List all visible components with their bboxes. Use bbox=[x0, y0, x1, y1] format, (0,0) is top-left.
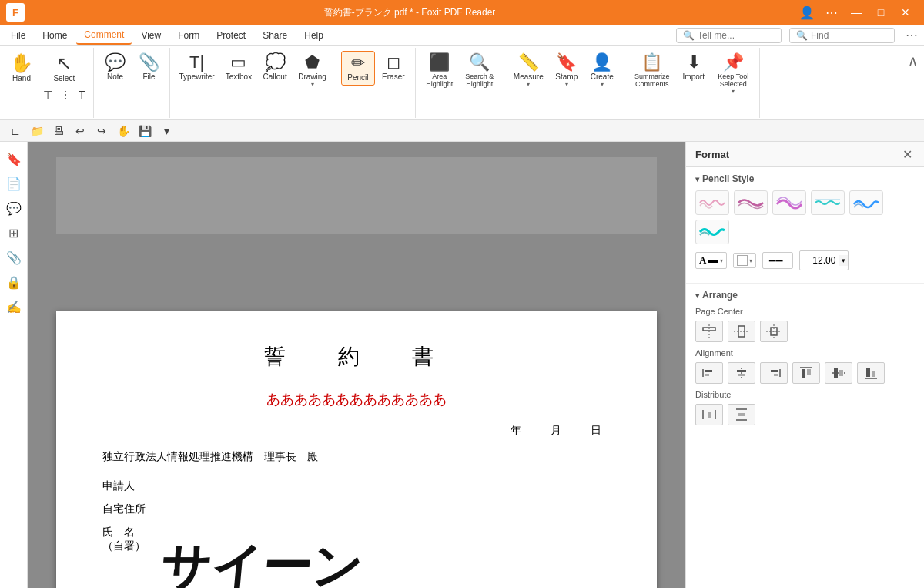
signature-area: サイーン bbox=[161, 533, 363, 588]
doc-name-label: 氏 名 （自署） bbox=[102, 526, 146, 553]
eraser-tool[interactable]: ◻ Eraser bbox=[377, 51, 410, 84]
pencil-style-4[interactable] bbox=[811, 190, 845, 215]
app-icon: F bbox=[6, 3, 25, 22]
menu-form[interactable]: Form bbox=[170, 27, 207, 44]
align-right-btn[interactable] bbox=[760, 362, 788, 384]
page-center-v-btn[interactable] bbox=[728, 321, 755, 342]
pencil-style-header[interactable]: ▾ Pencil Style bbox=[695, 173, 915, 184]
qa-redo-btn[interactable]: ↪ bbox=[92, 122, 111, 140]
keep-tool-btn[interactable]: 📌 Keep ToolSelected ▾ bbox=[712, 51, 755, 98]
menu-help[interactable]: Help bbox=[296, 27, 331, 44]
format-panel-header: Format ✕ bbox=[686, 142, 924, 167]
sidebar-layers-icon[interactable]: ⊞ bbox=[3, 222, 25, 244]
line-size-container: ▾ bbox=[799, 250, 849, 270]
area-highlight-tool[interactable]: ⬛ AreaHighlight bbox=[420, 51, 459, 91]
line-style-btn[interactable]: ━━ bbox=[762, 252, 793, 269]
pencil-style-3-preview bbox=[775, 193, 803, 212]
sidebar-attachment-icon[interactable]: 📎 bbox=[3, 247, 25, 268]
align-middle-h-btn[interactable] bbox=[825, 362, 852, 384]
qa-folder-btn[interactable]: 📁 bbox=[28, 122, 46, 140]
callout-icon: 💭 bbox=[265, 54, 286, 71]
find-icon: 🔍 bbox=[796, 30, 808, 41]
select-label: Select bbox=[53, 74, 75, 82]
tell-me-box[interactable]: 🔍 bbox=[676, 28, 782, 43]
svg-rect-15 bbox=[774, 374, 778, 376]
pencil-tool[interactable]: ✏ Pencil bbox=[341, 51, 375, 86]
line-size-dropdown[interactable]: ▾ bbox=[839, 255, 848, 266]
find-input[interactable] bbox=[811, 30, 888, 41]
sidebar-comment-icon[interactable]: 💬 bbox=[3, 197, 25, 219]
sidebar-sign-icon[interactable]: ✍ bbox=[3, 296, 25, 318]
maximize-btn[interactable]: □ bbox=[869, 0, 893, 25]
file-tool[interactable]: 📎 File bbox=[134, 51, 165, 84]
note-tool[interactable]: 💬 Note bbox=[99, 51, 132, 84]
ribbon-collapse-btn[interactable]: ∧ bbox=[905, 51, 921, 71]
pencil-style-label: Pencil Style bbox=[702, 173, 754, 184]
menu-share[interactable]: Share bbox=[255, 27, 295, 44]
callout-tool[interactable]: 💭 Callout bbox=[258, 51, 292, 84]
pencil-style-3[interactable] bbox=[772, 190, 806, 215]
sidebar-security-icon[interactable]: 🔒 bbox=[3, 271, 25, 293]
hand-tool[interactable]: ✋ Hand bbox=[5, 51, 38, 86]
page-center-h-btn[interactable] bbox=[695, 321, 723, 342]
line-size-input[interactable] bbox=[800, 251, 839, 270]
select-sub3[interactable]: T bbox=[75, 87, 89, 102]
align-center-v-btn[interactable] bbox=[728, 362, 755, 384]
distribute-v-btn[interactable] bbox=[728, 404, 755, 425]
pencil-style-6[interactable] bbox=[695, 220, 729, 244]
line-color-dropdown[interactable]: ▾ bbox=[749, 257, 752, 264]
line-color-btn[interactable]: ▾ bbox=[733, 253, 756, 268]
select-tool[interactable]: ↖ Select bbox=[47, 51, 81, 86]
qa-print-btn[interactable]: 🖶 bbox=[49, 122, 68, 140]
font-color-btn[interactable]: A ▾ bbox=[695, 252, 727, 269]
pencil-style-2[interactable] bbox=[734, 190, 768, 215]
align-left-btn[interactable] bbox=[695, 362, 723, 384]
align-bottom-btn[interactable] bbox=[857, 362, 885, 384]
drawing-tool[interactable]: ⬟ Drawing ▾ bbox=[293, 51, 331, 91]
font-color-dropdown[interactable]: ▾ bbox=[720, 257, 723, 264]
profile-btn[interactable]: 👤 bbox=[795, 0, 819, 25]
pencil-style-1[interactable] bbox=[695, 190, 729, 215]
ribbon-section-pencil: ✏ Pencil ◻ Eraser bbox=[336, 48, 416, 118]
textbox-tool[interactable]: ▭ Textbox bbox=[221, 51, 256, 84]
select-sub2[interactable]: ⋮ bbox=[57, 87, 74, 102]
qa-save-btn[interactable]: 💾 bbox=[136, 122, 154, 140]
summarize-tool[interactable]: 📋 SummarizeComments bbox=[629, 51, 675, 91]
sidebar-bookmark-icon[interactable]: 🔖 bbox=[3, 148, 25, 170]
svg-rect-9 bbox=[705, 374, 709, 376]
stamp-tool[interactable]: 🔖 Stamp ▾ bbox=[550, 51, 584, 91]
doc-red-text: あああああああああああああ bbox=[102, 390, 611, 408]
measure-tool[interactable]: 📏 Measure ▾ bbox=[509, 51, 548, 91]
ribbon-more-btn[interactable]: ⋯ bbox=[902, 28, 921, 42]
distribute-h-btn[interactable] bbox=[695, 404, 723, 425]
tell-me-input[interactable] bbox=[698, 30, 775, 41]
menu-comment[interactable]: Comment bbox=[76, 26, 132, 45]
select-sub1[interactable]: ⊤ bbox=[40, 87, 55, 102]
align-top-btn[interactable] bbox=[792, 362, 820, 384]
minimize-btn[interactable]: — bbox=[844, 0, 869, 25]
menu-view[interactable]: View bbox=[133, 27, 169, 44]
menu-file[interactable]: File bbox=[3, 27, 33, 44]
menu-home[interactable]: Home bbox=[35, 27, 75, 44]
menu-protect[interactable]: Protect bbox=[209, 27, 253, 44]
create-tool[interactable]: 👤 Create ▾ bbox=[585, 51, 619, 91]
format-close-btn[interactable]: ✕ bbox=[899, 146, 915, 162]
qa-hand-btn[interactable]: ✋ bbox=[114, 122, 132, 140]
qa-undo-btn[interactable]: ↩ bbox=[71, 122, 89, 140]
menu-overflow-btn[interactable]: ⋯ bbox=[819, 0, 844, 25]
find-box[interactable]: 🔍 bbox=[789, 28, 895, 43]
import-tool[interactable]: ⬇ Import bbox=[677, 51, 711, 84]
hand-icon: ✋ bbox=[10, 54, 33, 72]
page-center-both-btn[interactable] bbox=[760, 321, 788, 342]
qa-dropdown-btn[interactable]: ▾ bbox=[157, 122, 176, 140]
sidebar-page-icon[interactable]: 📄 bbox=[3, 173, 25, 194]
pencil-style-5[interactable] bbox=[849, 190, 883, 215]
window-title: 誓約書-ブランク.pdf * - Foxit PDF Reader bbox=[25, 6, 795, 19]
arrange-header[interactable]: ▾ Arrange bbox=[695, 290, 915, 301]
typewriter-tool[interactable]: T| Typewriter bbox=[175, 51, 219, 84]
search-highlight-tool[interactable]: 🔍 Search &Highlight bbox=[460, 51, 499, 91]
close-btn[interactable]: ✕ bbox=[893, 0, 918, 25]
file-label: File bbox=[143, 72, 156, 81]
ribbon-section-measure: 📏 Measure ▾ 🔖 Stamp ▾ 👤 Create ▾ bbox=[504, 48, 624, 118]
qa-open-btn[interactable]: ⊏ bbox=[6, 122, 25, 140]
